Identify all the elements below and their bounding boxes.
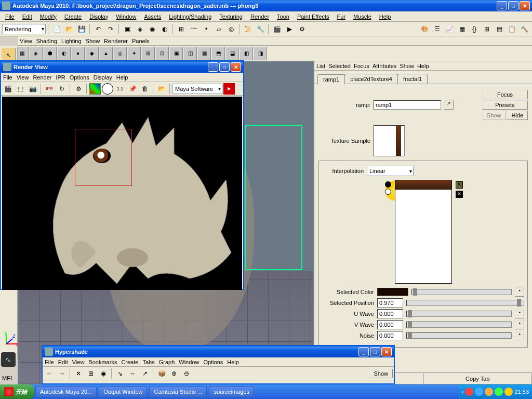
vp-view[interactable]: View xyxy=(20,38,32,44)
menu-paint-effects[interactable]: Paint Effects xyxy=(294,12,332,21)
snap-grid-icon[interactable]: ⊞ xyxy=(176,23,187,35)
shelf-icon[interactable]: ⬓ xyxy=(225,47,239,60)
tray-icon[interactable] xyxy=(485,388,493,396)
shelf-icon[interactable]: ● xyxy=(71,47,85,60)
menu-file[interactable]: File xyxy=(2,12,18,21)
ramp-handle-top[interactable] xyxy=(385,181,391,188)
render-settings-icon[interactable]: ⚙ xyxy=(296,23,308,35)
snap-curve-icon[interactable]: 〰 xyxy=(188,23,200,35)
selected-color-swatch[interactable] xyxy=(377,288,408,296)
v-wave-slider[interactable] xyxy=(406,322,512,328)
menu-fur[interactable]: Fur xyxy=(334,12,349,21)
hs-close-button[interactable]: ✕ xyxy=(381,347,392,356)
rv-snapshot-icon[interactable]: 📷 xyxy=(27,83,38,95)
snap-point-icon[interactable]: • xyxy=(201,23,212,35)
tray-shield-icon[interactable] xyxy=(504,388,513,396)
vp-renderer[interactable]: Renderer xyxy=(104,38,128,44)
ae-list[interactable]: List xyxy=(316,63,325,69)
tray-expand-icon[interactable]: ‹ xyxy=(462,389,464,395)
menu-muscle[interactable]: Muscle xyxy=(350,12,375,21)
show-button[interactable]: Show xyxy=(482,111,506,120)
menu-window[interactable]: Window xyxy=(113,12,139,21)
hs-collapse-icon[interactable]: ⊖ xyxy=(181,368,192,379)
ae-focus[interactable]: Focus xyxy=(354,63,369,69)
shelf-icon[interactable]: ◆ xyxy=(85,47,99,60)
attr-editor-icon[interactable]: 📋 xyxy=(506,23,517,35)
rv-render-region-icon[interactable]: ⬚ xyxy=(15,83,26,95)
shelf-icon[interactable]: ◈ xyxy=(29,47,43,60)
ae-selected[interactable]: Selected xyxy=(328,63,351,69)
rv-help[interactable]: Help xyxy=(116,74,128,81)
ramp-delete-top[interactable]: ✕ xyxy=(456,181,463,189)
rv-display[interactable]: Display xyxy=(94,74,112,81)
u-wave-slider[interactable] xyxy=(406,311,512,317)
ae-show[interactable]: Show xyxy=(400,63,414,69)
shelf-icon[interactable]: ⊡ xyxy=(155,47,169,60)
minimize-button[interactable]: _ xyxy=(497,1,507,10)
hs-graph-mat-icon[interactable]: ◉ xyxy=(98,368,109,379)
selected-color-slider[interactable] xyxy=(411,289,512,295)
vp-lighting[interactable]: Lighting xyxy=(61,38,82,44)
copy-tab-button[interactable]: Copy Tab xyxy=(423,373,533,384)
rv-minimize-button[interactable]: _ xyxy=(208,62,218,72)
maximize-button[interactable]: □ xyxy=(508,1,518,10)
hs-inout-icon[interactable]: ↔ xyxy=(127,368,138,379)
hs-next-icon[interactable]: → xyxy=(56,368,68,379)
tray-icon[interactable] xyxy=(495,388,503,396)
layout-icon[interactable]: ⊞ xyxy=(481,23,493,35)
hs-rearrange-icon[interactable]: ⊞ xyxy=(85,368,97,379)
shelf-icon[interactable]: ◧ xyxy=(240,47,253,60)
shelf-icon[interactable]: ▲ xyxy=(99,47,113,60)
outliner-toggle-icon[interactable]: ☰ xyxy=(431,23,443,35)
tab-fractal1[interactable]: fractal1 xyxy=(397,74,428,84)
rv-render[interactable]: Render xyxy=(33,74,51,81)
noise-field[interactable] xyxy=(377,331,403,340)
tool-settings-icon[interactable]: 🔨 xyxy=(518,23,530,35)
rv-file[interactable]: File xyxy=(3,74,12,81)
render-frame-icon[interactable]: 🎬 xyxy=(271,23,283,35)
hs-tabs[interactable]: Tabs xyxy=(142,359,154,365)
u-wave-field[interactable] xyxy=(377,309,403,318)
menu-texturing[interactable]: Texturing xyxy=(216,12,246,21)
rv-redo-render-icon[interactable]: 🎬 xyxy=(2,83,14,95)
selected-color-map[interactable]: ▪ xyxy=(515,287,524,297)
hs-create[interactable]: Create xyxy=(121,359,138,365)
rv-settings-icon[interactable]: ⚙ xyxy=(73,83,84,95)
graph-editor-icon[interactable]: 📈 xyxy=(444,23,455,35)
undo-icon[interactable]: ↶ xyxy=(92,23,104,35)
rv-view[interactable]: View xyxy=(17,74,29,81)
vp-shading[interactable]: Shading xyxy=(36,38,57,44)
hs-graph[interactable]: Graph xyxy=(159,359,175,365)
interpolation-dropdown[interactable]: Linear xyxy=(367,166,414,176)
menu-display[interactable]: Display xyxy=(86,12,111,21)
tray-icon[interactable] xyxy=(475,388,483,396)
task-output-window[interactable]: Output Window xyxy=(99,386,147,397)
select-component-icon[interactable]: ◐ xyxy=(159,23,170,35)
selected-position-slider[interactable] xyxy=(406,300,524,306)
focus-button[interactable]: Focus xyxy=(482,90,528,99)
hide-button[interactable]: Hide xyxy=(507,111,528,120)
presets-button[interactable]: Presets xyxy=(482,100,528,110)
render-view-titlebar[interactable]: Render View _ □ ✕ xyxy=(1,61,243,73)
tab-place2dtexture4[interactable]: place2dTexture4 xyxy=(344,74,398,84)
shelf-icon[interactable]: ▦ xyxy=(197,47,211,60)
hs-output-icon[interactable]: ↗ xyxy=(139,368,151,379)
history-icon[interactable]: 📜 xyxy=(242,23,254,35)
vp-panels[interactable]: Panels xyxy=(132,38,150,44)
hs-maximize-button[interactable]: □ xyxy=(370,347,380,356)
menu-render[interactable]: Render xyxy=(247,12,272,21)
rv-remove-image-icon[interactable]: 🗑 xyxy=(139,83,151,95)
rv-ipr[interactable]: IPR xyxy=(56,74,65,81)
noise-map[interactable]: ▪ xyxy=(515,331,524,340)
menu-toon[interactable]: Toon xyxy=(274,12,292,21)
menu-create[interactable]: Create xyxy=(61,12,85,21)
ipr-render-icon[interactable]: ▶ xyxy=(284,23,295,35)
hypershade-titlebar[interactable]: Hypershade _ □ ✕ xyxy=(43,346,394,357)
shelf-icon[interactable]: ◫ xyxy=(183,47,197,60)
shelf-icon[interactable]: ▣ xyxy=(169,47,183,60)
start-button[interactable]: 开始 xyxy=(0,384,34,399)
channel-box-icon[interactable]: ▤ xyxy=(494,23,505,35)
shelf-icon[interactable]: ◨ xyxy=(254,47,267,60)
hs-clear-icon[interactable]: ✕ xyxy=(73,368,84,379)
hypershade-toggle-icon[interactable]: 🎨 xyxy=(419,23,430,35)
